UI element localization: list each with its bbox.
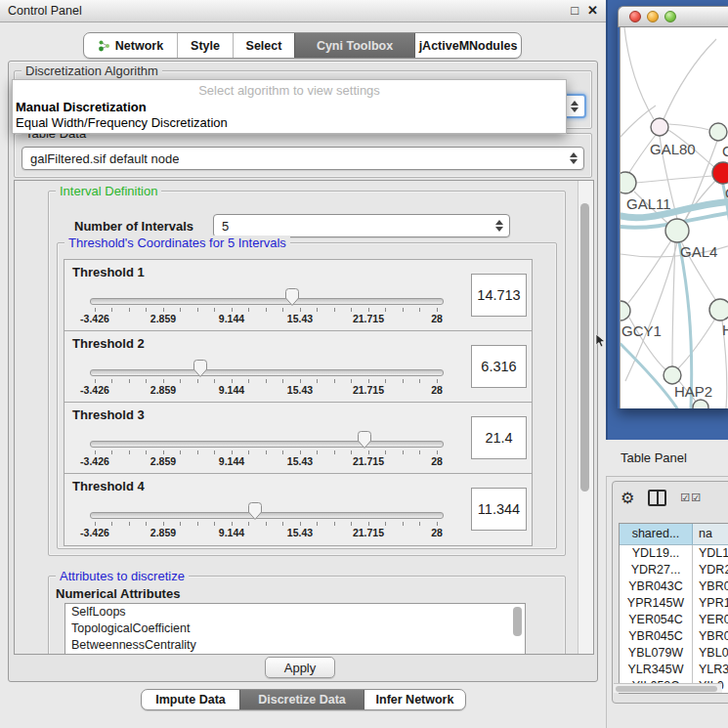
slider-track[interactable] xyxy=(90,441,444,448)
table-panel-title: Table Panel xyxy=(621,450,687,465)
slider-tick xyxy=(368,522,369,526)
slider-tick xyxy=(351,379,352,383)
table-row[interactable]: YER054CYER0 xyxy=(620,612,728,628)
tab-cyni-toolbox[interactable]: Cyni Toolbox xyxy=(294,33,414,58)
network-node[interactable] xyxy=(709,123,727,141)
slider-tick xyxy=(248,522,249,526)
numerical-attributes-list: SelfLoopsTopologicalCoefficientBetweenne… xyxy=(64,603,526,655)
slider-tick xyxy=(351,450,352,454)
attribute-list-item[interactable]: SelfLoops xyxy=(65,604,525,621)
close-icon[interactable]: ✕ xyxy=(587,0,598,21)
column-header-shared-name[interactable]: shared... xyxy=(620,524,693,544)
list-scrollbar-thumb[interactable] xyxy=(513,607,522,636)
slider-thumb[interactable] xyxy=(193,359,208,378)
slider-tick xyxy=(317,308,318,312)
settings-scrollbar[interactable] xyxy=(578,181,593,654)
tab-infer-network[interactable]: Infer Network xyxy=(364,690,465,709)
attribute-list-item[interactable]: BetweennessCentrality xyxy=(65,637,525,654)
network-node[interactable] xyxy=(712,162,728,184)
gear-icon[interactable]: ⚙ xyxy=(621,491,634,506)
table-row[interactable]: YBR043CYBR0 xyxy=(620,578,728,595)
cell-name: YDR2 xyxy=(693,562,728,578)
slider-tick xyxy=(146,379,147,383)
network-node-label: GAL11 xyxy=(626,195,671,212)
slider-tick xyxy=(111,308,112,312)
network-node[interactable] xyxy=(621,301,630,321)
slider-track[interactable] xyxy=(90,298,444,305)
settings-scrollbar-thumb[interactable] xyxy=(580,203,589,492)
network-graph: GAL80GACGAL11GAL4GCY1HHAP2 xyxy=(621,27,728,408)
slider-tick xyxy=(403,379,404,383)
tab-select[interactable]: Select xyxy=(233,33,294,58)
minimize-traffic-light-icon[interactable] xyxy=(647,11,659,22)
slider-tick xyxy=(129,308,130,312)
tab-network[interactable]: Network xyxy=(84,33,177,58)
num-intervals-combobox[interactable]: 5 xyxy=(213,214,510,237)
tab-discretize-data[interactable]: Discretize Data xyxy=(239,690,364,709)
slider-tick xyxy=(403,308,404,312)
slider-tick xyxy=(385,379,386,383)
select-columns-icon[interactable]: ☑☑ xyxy=(680,492,702,504)
table-row[interactable]: YBR045CYBR0 xyxy=(620,628,728,645)
slider-thumb[interactable] xyxy=(247,501,263,521)
algorithm-option-equal-width[interactable]: Equal Width/Frequency Discretization xyxy=(16,115,228,130)
tab-style[interactable]: Style xyxy=(177,33,233,58)
slider-tick xyxy=(419,379,420,383)
columns-icon[interactable] xyxy=(648,490,666,506)
apply-button[interactable]: Apply xyxy=(265,657,335,678)
close-traffic-light-icon[interactable] xyxy=(629,11,641,22)
slider-tick xyxy=(266,308,267,312)
table-row[interactable]: YDL19...YDL1 xyxy=(620,545,728,562)
network-node[interactable] xyxy=(709,299,728,321)
bottom-tabs: Impute DataDiscretize DataInfer Network xyxy=(141,689,466,710)
slider-track[interactable] xyxy=(90,512,444,519)
threshold-label: Threshold 2 xyxy=(72,336,145,351)
cell-name: YPR1 xyxy=(693,595,728,612)
table-row[interactable]: YLR345WYLR3 xyxy=(620,662,728,678)
slider-tick xyxy=(111,379,112,383)
table-data-combobox[interactable]: galFiltered.sif default node xyxy=(21,147,584,170)
network-node[interactable] xyxy=(621,172,636,193)
cell-shared-name: YER054C xyxy=(620,612,693,628)
slider-tick-label: 21.715 xyxy=(353,313,384,324)
table-hscrollbar[interactable] xyxy=(614,683,722,693)
slider-tick xyxy=(403,522,404,526)
cell-name: YBR0 xyxy=(693,578,728,595)
slider-tick xyxy=(163,379,164,383)
combo-arrows-icon xyxy=(495,220,503,232)
thresholds-group: Threshold's Coordinates for 5 Intervals … xyxy=(57,242,557,549)
slider-tick xyxy=(214,450,215,454)
network-node[interactable] xyxy=(693,400,708,408)
table-data-combobox-value: galFiltered.sif default node xyxy=(30,151,179,166)
table-row[interactable]: YBL079WYBL0 xyxy=(620,645,728,662)
column-header-name[interactable]: na xyxy=(693,524,728,544)
network-node[interactable] xyxy=(665,219,689,242)
slider-tick xyxy=(266,522,267,526)
slider-tick-label: 15.43 xyxy=(287,313,313,324)
slider-tick xyxy=(232,308,233,312)
slider-tick xyxy=(248,379,249,383)
slider-thumb[interactable] xyxy=(284,287,300,307)
network-canvas[interactable]: GAL80GACGAL11GAL4GCY1HHAP2 xyxy=(620,27,728,408)
algorithm-option-manual[interactable]: Manual Discretization xyxy=(16,100,147,114)
attribute-list-item[interactable]: TopologicalCoefficient xyxy=(65,621,525,637)
threshold-value-field[interactable]: 14.713 xyxy=(471,274,527,317)
control-panel-window: Control Panel □ ✕ NetworkStyleSelectCyni… xyxy=(0,0,607,728)
network-node[interactable] xyxy=(651,118,668,136)
threshold-value-field[interactable]: 21.4 xyxy=(471,416,527,459)
slider-tick xyxy=(214,522,215,526)
slider-tick xyxy=(368,379,369,383)
float-window-icon[interactable]: □ xyxy=(571,0,578,21)
table-row[interactable]: YPR145WYPR1 xyxy=(620,595,728,612)
tab-jactivemnodules[interactable]: jActiveMNodules xyxy=(414,33,521,58)
slider-tick xyxy=(282,450,283,454)
table-hscrollbar-thumb[interactable] xyxy=(616,686,717,692)
zoom-traffic-light-icon[interactable] xyxy=(664,11,676,22)
slider-track[interactable] xyxy=(90,369,444,376)
slider-thumb[interactable] xyxy=(357,430,372,450)
tab-impute-data[interactable]: Impute Data xyxy=(142,690,239,709)
table-row[interactable]: YDR27...YDR2 xyxy=(620,562,728,578)
threshold-value-field[interactable]: 11.344 xyxy=(471,488,527,531)
threshold-value-field[interactable]: 6.316 xyxy=(471,345,527,388)
network-node[interactable] xyxy=(664,366,681,384)
